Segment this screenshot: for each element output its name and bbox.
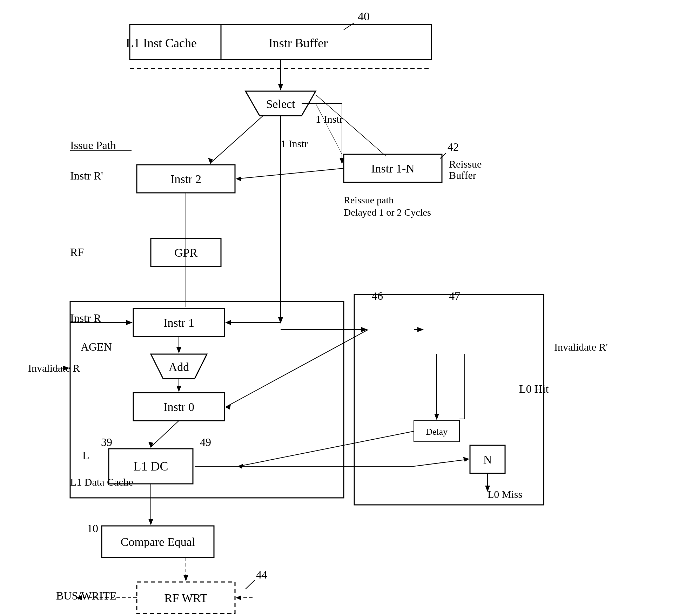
ref-40-label: 40 xyxy=(358,10,370,23)
svg-rect-15 xyxy=(354,295,544,505)
instr2-label: Instr 2 xyxy=(170,172,201,185)
instr-r-prime-label: Instr R' xyxy=(70,169,103,182)
svg-marker-33 xyxy=(236,176,241,181)
svg-line-22 xyxy=(246,580,255,589)
l1-inst-cache-label: L1 Inst Cache xyxy=(126,36,197,50)
l0-hit-label: L0 Hit xyxy=(519,383,549,395)
reissue-buffer-line2: Buffer xyxy=(449,169,476,181)
reissue-path-line1: Reissue path xyxy=(344,195,394,205)
instr1n-label: Instr 1-N xyxy=(371,162,415,175)
reissue-buffer-line1: Reissue xyxy=(449,158,482,170)
one-instr-mid-label: 1 Instr xyxy=(281,138,308,149)
l1-data-cache-label: L1 Data Cache xyxy=(70,476,133,488)
add-label: Add xyxy=(169,360,189,373)
instr0-label: Instr 0 xyxy=(163,400,194,413)
svg-marker-75 xyxy=(236,595,241,600)
diagram-svg: L1 Inst Cache Instr Buffer 40 Select Ins… xyxy=(0,0,685,616)
agen-label: AGEN xyxy=(81,340,112,353)
issue-path-label: Issue Path xyxy=(70,139,116,151)
svg-line-70 xyxy=(316,95,386,156)
select-label: Select xyxy=(266,97,295,110)
ref-49-label: 49 xyxy=(200,436,211,448)
ref-46-label: 46 xyxy=(372,290,383,302)
l-label: L xyxy=(82,449,89,462)
ref-44-label: 44 xyxy=(256,568,267,581)
l0-miss-label: L0 Miss xyxy=(488,488,522,500)
invalidate-r-label: Invalidate R xyxy=(28,362,80,374)
rf-wrt-label: RF WRT xyxy=(164,591,208,604)
invalidate-r-prime-label: Invalidate R' xyxy=(554,341,608,353)
ref-39-label: 39 xyxy=(101,436,112,448)
instr-buffer-label: Instr Buffer xyxy=(269,36,328,50)
compare-equal-label: Compare Equal xyxy=(121,535,195,548)
instr1-label: Instr 1 xyxy=(163,316,194,329)
ref-10-label: 10 xyxy=(87,522,98,535)
l1dc-label: L1 DC xyxy=(134,459,168,473)
bus-write-label: BUS/WRITE xyxy=(56,589,116,602)
ref-42-label: 42 xyxy=(448,141,459,153)
svg-marker-47 xyxy=(183,575,188,581)
reissue-path-line2: Delayed 1 or 2 Cycles xyxy=(344,207,431,218)
rf-label: RF xyxy=(70,246,84,258)
svg-line-31 xyxy=(316,103,342,154)
svg-marker-45 xyxy=(148,519,153,525)
svg-marker-26 xyxy=(208,158,213,164)
svg-line-32 xyxy=(237,168,344,179)
delay-label: Delay xyxy=(426,427,448,437)
diagram-container: L1 Inst Cache Instr Buffer 40 Select Ins… xyxy=(0,0,685,616)
svg-line-25 xyxy=(210,116,263,163)
n-box-label: N xyxy=(483,453,492,466)
svg-marker-24 xyxy=(278,84,283,90)
ref-47-label: 47 xyxy=(449,290,460,302)
